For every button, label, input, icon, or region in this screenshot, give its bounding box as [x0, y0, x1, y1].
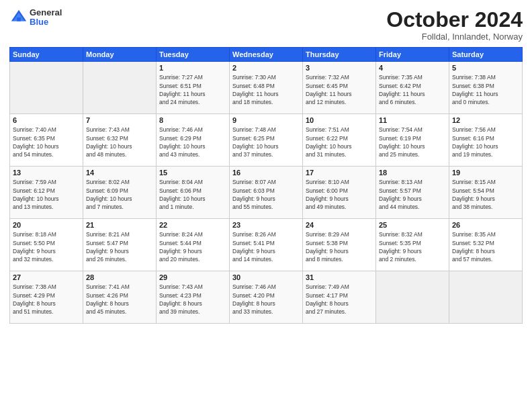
day-info: Sunrise: 7:40 AM Sunset: 6:35 PM Dayligh… [13, 126, 80, 158]
day-info: Sunrise: 7:46 AM Sunset: 6:29 PM Dayligh… [159, 126, 226, 158]
day-number: 7 [86, 116, 153, 124]
day-number: 21 [86, 221, 153, 229]
table-row: 9Sunrise: 7:48 AM Sunset: 6:25 PM Daylig… [230, 114, 303, 167]
day-info: Sunrise: 8:26 AM Sunset: 5:41 PM Dayligh… [232, 230, 300, 263]
table-row: 28Sunrise: 7:41 AM Sunset: 4:26 PM Dayli… [83, 271, 157, 324]
week-row-4: 20Sunrise: 8:18 AM Sunset: 5:50 PM Dayli… [10, 219, 523, 271]
table-row: 24Sunrise: 8:29 AM Sunset: 5:38 PM Dayli… [303, 219, 376, 271]
header: General Blue October 2024 Folldal, Innla… [9, 8, 523, 42]
col-friday: Friday [376, 48, 449, 62]
day-number: 23 [232, 221, 300, 229]
svg-rect-2 [17, 17, 21, 21]
table-row: 27Sunrise: 7:38 AM Sunset: 4:29 PM Dayli… [10, 271, 83, 324]
week-row-3: 13Sunrise: 7:59 AM Sunset: 6:12 PM Dayli… [10, 167, 523, 219]
week-row-2: 6Sunrise: 7:40 AM Sunset: 6:35 PM Daylig… [10, 114, 523, 167]
table-row: 15Sunrise: 8:04 AM Sunset: 6:06 PM Dayli… [157, 167, 230, 219]
table-row: 2Sunrise: 7:30 AM Sunset: 6:48 PM Daylig… [230, 62, 303, 114]
table-row: 1Sunrise: 7:27 AM Sunset: 6:51 PM Daylig… [157, 62, 230, 114]
day-number: 31 [306, 273, 373, 281]
day-number: 17 [306, 169, 373, 177]
day-number: 6 [13, 116, 80, 124]
day-number: 5 [452, 64, 519, 72]
calendar-table: Sunday Monday Tuesday Wednesday Thursday… [9, 47, 523, 324]
week-row-5: 27Sunrise: 7:38 AM Sunset: 4:29 PM Dayli… [10, 271, 523, 324]
day-number: 22 [159, 221, 226, 229]
day-number: 24 [306, 221, 373, 229]
table-row: 14Sunrise: 8:02 AM Sunset: 6:09 PM Dayli… [83, 167, 157, 219]
day-number: 3 [306, 64, 373, 72]
day-info: Sunrise: 8:24 AM Sunset: 5:44 PM Dayligh… [159, 230, 226, 263]
day-number: 27 [13, 273, 80, 281]
day-number: 26 [452, 221, 519, 229]
day-info: Sunrise: 7:27 AM Sunset: 6:51 PM Dayligh… [159, 73, 226, 106]
table-row: 19Sunrise: 8:15 AM Sunset: 5:54 PM Dayli… [449, 167, 523, 219]
day-info: Sunrise: 7:51 AM Sunset: 6:22 PM Dayligh… [306, 126, 373, 158]
table-row: 16Sunrise: 8:07 AM Sunset: 6:03 PM Dayli… [230, 167, 303, 219]
day-info: Sunrise: 7:59 AM Sunset: 6:12 PM Dayligh… [13, 178, 80, 211]
table-row: 26Sunrise: 8:35 AM Sunset: 5:32 PM Dayli… [449, 219, 523, 271]
table-row: 20Sunrise: 8:18 AM Sunset: 5:50 PM Dayli… [10, 219, 83, 271]
day-info: Sunrise: 7:54 AM Sunset: 6:19 PM Dayligh… [379, 126, 446, 158]
day-number: 10 [306, 116, 373, 124]
table-row: 30Sunrise: 7:46 AM Sunset: 4:20 PM Dayli… [230, 271, 303, 324]
day-number: 9 [232, 116, 300, 124]
calendar-page: General Blue October 2024 Folldal, Innla… [0, 0, 532, 411]
table-row: 7Sunrise: 7:43 AM Sunset: 6:32 PM Daylig… [83, 114, 157, 167]
table-row: 22Sunrise: 8:24 AM Sunset: 5:44 PM Dayli… [157, 219, 230, 271]
day-info: Sunrise: 7:48 AM Sunset: 6:25 PM Dayligh… [232, 126, 300, 158]
title-block: October 2024 Folldal, Innlandet, Norway [386, 8, 523, 42]
day-number: 8 [159, 116, 226, 124]
day-number: 2 [232, 64, 300, 72]
day-number: 16 [232, 169, 300, 177]
table-row: 3Sunrise: 7:32 AM Sunset: 6:45 PM Daylig… [303, 62, 376, 114]
day-info: Sunrise: 8:32 AM Sunset: 5:35 PM Dayligh… [379, 230, 446, 263]
day-number: 25 [379, 221, 446, 229]
day-number: 18 [379, 169, 446, 177]
col-saturday: Saturday [449, 48, 523, 62]
table-row: 10Sunrise: 7:51 AM Sunset: 6:22 PM Dayli… [303, 114, 376, 167]
table-row [376, 271, 449, 324]
day-number: 14 [86, 169, 153, 177]
day-info: Sunrise: 7:43 AM Sunset: 4:23 PM Dayligh… [159, 283, 226, 316]
day-number: 30 [232, 273, 300, 281]
table-row [449, 271, 523, 324]
day-info: Sunrise: 7:35 AM Sunset: 6:42 PM Dayligh… [379, 73, 446, 106]
table-row: 23Sunrise: 8:26 AM Sunset: 5:41 PM Dayli… [230, 219, 303, 271]
location: Folldal, Innlandet, Norway [386, 32, 523, 42]
day-info: Sunrise: 7:38 AM Sunset: 6:38 PM Dayligh… [452, 73, 519, 106]
day-info: Sunrise: 8:10 AM Sunset: 6:00 PM Dayligh… [306, 178, 373, 211]
day-info: Sunrise: 7:46 AM Sunset: 4:20 PM Dayligh… [232, 283, 300, 316]
table-row: 8Sunrise: 7:46 AM Sunset: 6:29 PM Daylig… [157, 114, 230, 167]
day-info: Sunrise: 7:41 AM Sunset: 4:26 PM Dayligh… [86, 283, 153, 316]
day-info: Sunrise: 7:30 AM Sunset: 6:48 PM Dayligh… [232, 73, 300, 106]
table-row: 12Sunrise: 7:56 AM Sunset: 6:16 PM Dayli… [449, 114, 523, 167]
day-info: Sunrise: 8:07 AM Sunset: 6:03 PM Dayligh… [232, 178, 300, 211]
col-wednesday: Wednesday [230, 48, 303, 62]
logo-icon [9, 8, 28, 27]
header-row: Sunday Monday Tuesday Wednesday Thursday… [10, 48, 523, 62]
month-title: October 2024 [386, 8, 523, 32]
table-row: 18Sunrise: 8:13 AM Sunset: 5:57 PM Dayli… [376, 167, 449, 219]
table-row: 21Sunrise: 8:21 AM Sunset: 5:47 PM Dayli… [83, 219, 157, 271]
table-row [83, 62, 157, 114]
table-row: 4Sunrise: 7:35 AM Sunset: 6:42 PM Daylig… [376, 62, 449, 114]
day-info: Sunrise: 7:43 AM Sunset: 6:32 PM Dayligh… [86, 126, 153, 158]
day-number: 28 [86, 273, 153, 281]
col-thursday: Thursday [303, 48, 376, 62]
day-number: 13 [13, 169, 80, 177]
day-number: 4 [379, 64, 446, 72]
day-number: 15 [159, 169, 226, 177]
day-info: Sunrise: 8:29 AM Sunset: 5:38 PM Dayligh… [306, 230, 373, 263]
day-info: Sunrise: 7:32 AM Sunset: 6:45 PM Dayligh… [306, 73, 373, 106]
logo-general: General [30, 8, 62, 17]
table-row: 6Sunrise: 7:40 AM Sunset: 6:35 PM Daylig… [10, 114, 83, 167]
table-row: 29Sunrise: 7:43 AM Sunset: 4:23 PM Dayli… [157, 271, 230, 324]
logo-blue: Blue [30, 17, 62, 27]
day-number: 29 [159, 273, 226, 281]
day-number: 1 [159, 64, 226, 72]
col-tuesday: Tuesday [157, 48, 230, 62]
day-info: Sunrise: 8:18 AM Sunset: 5:50 PM Dayligh… [13, 230, 80, 263]
logo: General Blue [9, 8, 62, 28]
day-info: Sunrise: 8:04 AM Sunset: 6:06 PM Dayligh… [159, 178, 226, 211]
table-row: 5Sunrise: 7:38 AM Sunset: 6:38 PM Daylig… [449, 62, 523, 114]
